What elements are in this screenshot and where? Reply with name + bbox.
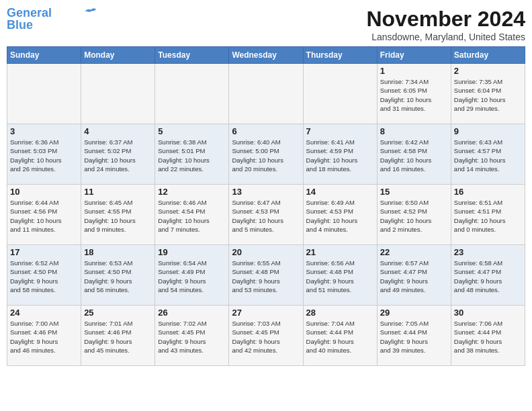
day-info: Sunrise: 6:45 AM Sunset: 4:55 PM Dayligh… [84, 198, 152, 234]
calendar-cell-1-5: 8Sunrise: 6:42 AM Sunset: 4:58 PM Daylig… [377, 124, 451, 185]
day-number: 2 [454, 66, 522, 76]
day-info: Sunrise: 6:43 AM Sunset: 4:57 PM Dayligh… [454, 138, 522, 173]
day-info: Sunrise: 6:55 AM Sunset: 4:48 PM Dayligh… [232, 259, 300, 294]
day-number: 3 [10, 126, 78, 136]
day-info: Sunrise: 7:04 AM Sunset: 4:44 PM Dayligh… [306, 319, 374, 355]
calendar-cell-1-3: 6Sunrise: 6:40 AM Sunset: 5:00 PM Daylig… [229, 124, 303, 185]
calendar-cell-0-6: 2Sunrise: 7:35 AM Sunset: 6:04 PM Daylig… [451, 64, 525, 124]
title-area: November 2024 Lansdowne, Maryland, Unite… [366, 7, 525, 42]
calendar-cell-2-0: 10Sunrise: 6:44 AM Sunset: 4:56 PM Dayli… [7, 185, 81, 245]
day-number: 5 [158, 126, 226, 136]
day-info: Sunrise: 7:35 AM Sunset: 6:04 PM Dayligh… [454, 77, 522, 113]
day-info: Sunrise: 7:02 AM Sunset: 4:45 PM Dayligh… [158, 319, 226, 355]
day-info: Sunrise: 7:01 AM Sunset: 4:46 PM Dayligh… [84, 319, 152, 355]
calendar-cell-0-1 [81, 64, 155, 124]
logo: General Blue [7, 7, 97, 31]
day-number: 19 [158, 247, 226, 257]
day-info: Sunrise: 6:37 AM Sunset: 5:02 PM Dayligh… [84, 138, 152, 173]
day-number: 17 [10, 247, 78, 257]
calendar-cell-3-6: 23Sunrise: 6:58 AM Sunset: 4:47 PM Dayli… [451, 245, 525, 306]
calendar-cell-3-1: 18Sunrise: 6:53 AM Sunset: 4:50 PM Dayli… [81, 245, 155, 306]
calendar-cell-1-6: 9Sunrise: 6:43 AM Sunset: 4:57 PM Daylig… [451, 124, 525, 185]
calendar-cell-1-4: 7Sunrise: 6:41 AM Sunset: 4:59 PM Daylig… [303, 124, 377, 185]
day-info: Sunrise: 6:46 AM Sunset: 4:54 PM Dayligh… [158, 198, 226, 234]
calendar-cell-0-5: 1Sunrise: 7:34 AM Sunset: 6:05 PM Daylig… [377, 64, 451, 124]
calendar-week-1: 3Sunrise: 6:36 AM Sunset: 5:03 PM Daylig… [7, 124, 525, 185]
day-number: 8 [380, 126, 448, 136]
day-number: 6 [232, 126, 300, 136]
calendar-cell-2-6: 16Sunrise: 6:51 AM Sunset: 4:51 PM Dayli… [451, 185, 525, 245]
day-number: 14 [306, 187, 374, 197]
day-info: Sunrise: 6:50 AM Sunset: 4:52 PM Dayligh… [380, 198, 448, 234]
calendar-cell-0-2 [155, 64, 229, 124]
calendar-cell-4-1: 25Sunrise: 7:01 AM Sunset: 4:46 PM Dayli… [81, 306, 155, 366]
calendar-cell-1-0: 3Sunrise: 6:36 AM Sunset: 5:03 PM Daylig… [7, 124, 81, 185]
day-info: Sunrise: 6:47 AM Sunset: 4:53 PM Dayligh… [232, 198, 300, 234]
day-number: 10 [10, 187, 78, 197]
day-info: Sunrise: 6:42 AM Sunset: 4:58 PM Dayligh… [380, 138, 448, 173]
day-info: Sunrise: 6:51 AM Sunset: 4:51 PM Dayligh… [454, 198, 522, 234]
calendar-header-wednesday: Wednesday [229, 47, 303, 64]
calendar-header-tuesday: Tuesday [155, 47, 229, 64]
day-number: 1 [380, 66, 448, 76]
calendar-header-row: SundayMondayTuesdayWednesdayThursdayFrid… [7, 47, 525, 64]
calendar-header-thursday: Thursday [303, 47, 377, 64]
calendar-cell-0-3 [229, 64, 303, 124]
day-number: 16 [454, 187, 522, 197]
calendar-header-monday: Monday [81, 47, 155, 64]
day-number: 18 [84, 247, 152, 257]
day-info: Sunrise: 6:40 AM Sunset: 5:00 PM Dayligh… [232, 138, 300, 173]
calendar-week-3: 17Sunrise: 6:52 AM Sunset: 4:50 PM Dayli… [7, 245, 525, 306]
day-number: 15 [380, 187, 448, 197]
day-number: 23 [454, 247, 522, 257]
location: Lansdowne, Maryland, United States [366, 32, 525, 42]
day-info: Sunrise: 6:41 AM Sunset: 4:59 PM Dayligh… [306, 138, 374, 173]
calendar-cell-0-4 [303, 64, 377, 124]
day-number: 26 [158, 308, 226, 318]
day-number: 30 [454, 308, 522, 318]
day-number: 9 [454, 126, 522, 136]
calendar-cell-3-4: 21Sunrise: 6:56 AM Sunset: 4:48 PM Dayli… [303, 245, 377, 306]
calendar-cell-0-0 [7, 64, 81, 124]
calendar-cell-3-0: 17Sunrise: 6:52 AM Sunset: 4:50 PM Dayli… [7, 245, 81, 306]
logo-text: General [7, 7, 52, 19]
logo-bird-icon [84, 7, 97, 16]
calendar-cell-1-1: 4Sunrise: 6:37 AM Sunset: 5:02 PM Daylig… [81, 124, 155, 185]
calendar-cell-2-4: 14Sunrise: 6:49 AM Sunset: 4:53 PM Dayli… [303, 185, 377, 245]
month-title: November 2024 [366, 7, 525, 32]
day-info: Sunrise: 6:38 AM Sunset: 5:01 PM Dayligh… [158, 138, 226, 173]
calendar-week-0: 1Sunrise: 7:34 AM Sunset: 6:05 PM Daylig… [7, 64, 525, 124]
calendar-cell-1-2: 5Sunrise: 6:38 AM Sunset: 5:01 PM Daylig… [155, 124, 229, 185]
day-number: 13 [232, 187, 300, 197]
calendar-cell-4-2: 26Sunrise: 7:02 AM Sunset: 4:45 PM Dayli… [155, 306, 229, 366]
day-number: 21 [306, 247, 374, 257]
day-info: Sunrise: 6:53 AM Sunset: 4:50 PM Dayligh… [84, 259, 152, 294]
calendar-week-4: 24Sunrise: 7:00 AM Sunset: 4:46 PM Dayli… [7, 306, 525, 366]
calendar-cell-2-2: 12Sunrise: 6:46 AM Sunset: 4:54 PM Dayli… [155, 185, 229, 245]
day-info: Sunrise: 7:03 AM Sunset: 4:45 PM Dayligh… [232, 319, 300, 355]
day-number: 20 [232, 247, 300, 257]
calendar-week-2: 10Sunrise: 6:44 AM Sunset: 4:56 PM Dayli… [7, 185, 525, 245]
calendar-cell-3-5: 22Sunrise: 6:57 AM Sunset: 4:47 PM Dayli… [377, 245, 451, 306]
day-info: Sunrise: 6:52 AM Sunset: 4:50 PM Dayligh… [10, 259, 78, 294]
day-info: Sunrise: 7:05 AM Sunset: 4:44 PM Dayligh… [380, 319, 448, 355]
page-header: General Blue November 2024 Lansdowne, Ma… [7, 7, 525, 42]
day-number: 29 [380, 308, 448, 318]
day-info: Sunrise: 6:36 AM Sunset: 5:03 PM Dayligh… [10, 138, 78, 173]
day-info: Sunrise: 6:57 AM Sunset: 4:47 PM Dayligh… [380, 259, 448, 294]
calendar-cell-2-3: 13Sunrise: 6:47 AM Sunset: 4:53 PM Dayli… [229, 185, 303, 245]
calendar-header-friday: Friday [377, 47, 451, 64]
calendar-cell-4-4: 28Sunrise: 7:04 AM Sunset: 4:44 PM Dayli… [303, 306, 377, 366]
day-number: 22 [380, 247, 448, 257]
calendar-header-sunday: Sunday [7, 47, 81, 64]
calendar-cell-3-2: 19Sunrise: 6:54 AM Sunset: 4:49 PM Dayli… [155, 245, 229, 306]
calendar-cell-4-6: 30Sunrise: 7:06 AM Sunset: 4:44 PM Dayli… [451, 306, 525, 366]
day-info: Sunrise: 7:00 AM Sunset: 4:46 PM Dayligh… [10, 319, 78, 355]
day-info: Sunrise: 6:44 AM Sunset: 4:56 PM Dayligh… [10, 198, 78, 234]
calendar-cell-4-3: 27Sunrise: 7:03 AM Sunset: 4:45 PM Dayli… [229, 306, 303, 366]
day-info: Sunrise: 6:54 AM Sunset: 4:49 PM Dayligh… [158, 259, 226, 294]
logo-blue: Blue [7, 19, 33, 31]
day-info: Sunrise: 7:06 AM Sunset: 4:44 PM Dayligh… [454, 319, 522, 355]
day-number: 24 [10, 308, 78, 318]
day-number: 4 [84, 126, 152, 136]
